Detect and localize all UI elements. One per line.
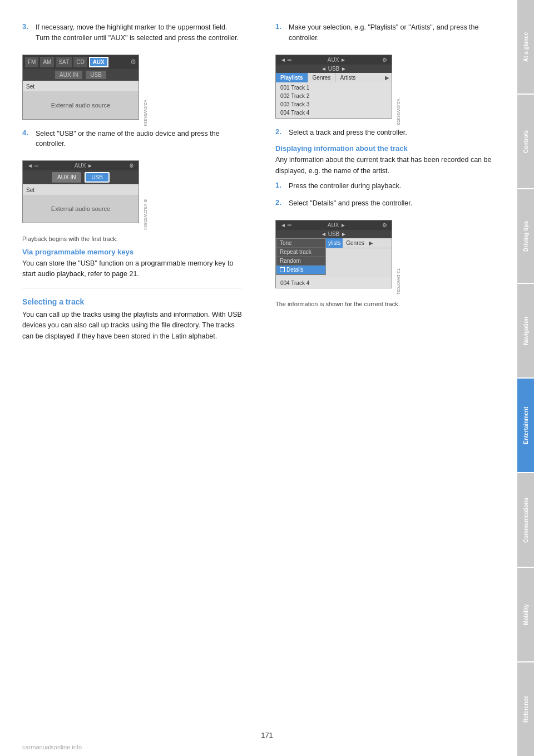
page-container: 3. If necessary, move the highlight mark… [0,0,534,756]
page-number: 171 [261,731,273,739]
step-r2: 2. Select a track and press the controll… [275,127,495,138]
usb-btn-2[interactable]: USB [85,172,110,183]
screen-4-wrapper: ◄ ═ AUX ► ⚙ ◄ USB ► Tone Repeat track Ra… [275,215,392,295]
aux-label-2: AUX ► [75,163,93,169]
back-icon: ◄ ═ [27,163,38,169]
set-label-1: Set [26,84,34,90]
menu-tone[interactable]: Tone [276,239,325,248]
usb-btn[interactable]: USB [86,71,106,79]
scroll-icon-4: ▶ [368,238,374,248]
aux-btn-active[interactable]: AUX [89,57,108,67]
track-001[interactable]: 001 Track 1 [276,84,392,92]
am-btn[interactable]: AM [40,57,54,67]
screen-3-top: ◄ ═ AUX ► ⚙ [276,55,392,65]
step-3: 3. If necessary, move the highlight mark… [22,22,242,43]
screen-4-imgnum: T2.DW07051 [396,268,401,294]
screen-2-top: ◄ ═ AUX ► ⚙ [23,161,139,170]
sidebar-tabs: At a glance Controls Driving tips Naviga… [517,0,534,756]
playlists-tab[interactable]: Playlists [276,73,308,82]
gear-icon-3: ⚙ [382,57,387,63]
screen-1-imgnum: V2.DW04334 [143,100,148,126]
step-4-text: Select "USB" or the name of the audio de… [36,129,242,150]
aux-in-btn[interactable]: AUX IN [55,71,82,79]
sidebar-tab-at-a-glance[interactable]: At a glance [517,0,534,94]
step-r1: 1. Make your selection, e.g. "Playlists"… [275,22,495,43]
step-3-text: If necessary, move the highlight marker … [36,22,242,43]
step-r1-text: Make your selection, e.g. "Playlists" or… [289,22,495,43]
sidebar-tab-mobility[interactable]: Mobility [517,568,534,661]
aux-label-3: AUX ► [328,57,346,63]
track-003[interactable]: 003 Track 3 [276,100,392,109]
section-heading-track: Selecting a track [22,297,242,306]
usb-sub-label: ◄ USB ► [321,66,347,72]
watermark: carmanualsonline.info [22,744,82,750]
caption-2: The information is shown for the current… [275,301,495,307]
divider [22,288,242,288]
text-track: You can call up the tracks using the pla… [22,310,242,342]
ext-audio-label-2: External audio source [51,205,110,212]
ext-audio-label-1: External audio source [51,102,110,109]
screen-1: FM AM SAT CD AUX ⚙ AUX IN USB [22,55,139,120]
partial-tab-1: ylists [326,238,343,248]
cd-btn[interactable]: CD [73,57,87,67]
screen-2: ◄ ═ AUX ► ⚙ AUX IN USB Set External audi… [22,160,139,223]
gear-icon-4: ⚙ [382,222,387,228]
track-002[interactable]: 002 Track 2 [276,92,392,100]
screen-4: ◄ ═ AUX ► ⚙ ◄ USB ► Tone Repeat track Ra… [275,220,392,288]
step-r2b-text: Select "Details" and press the controlle… [289,198,412,209]
sidebar-tab-entertainment[interactable]: Entertainment [517,379,534,472]
aux-in-btn-2[interactable]: AUX IN [52,172,81,183]
sidebar-tab-navigation[interactable]: Navigation [517,284,534,377]
step-4: 4. Select "USB" or the name of the audio… [22,129,242,150]
partial-tab-2: Genres [343,238,368,248]
track-004[interactable]: 004 Track 4 [276,109,392,117]
usb-sub-label-4: ◄ USB ► [321,231,347,237]
settings-icon: ⚙ [130,58,136,66]
step-r2b: 2. Select "Details" and press the contro… [275,198,495,209]
sat-btn[interactable]: SAT [56,57,72,67]
step-r1b-number: 1. [275,181,284,192]
back-icon-3: ◄ ═ [280,57,291,63]
caption-1: Playback begins with the first track. [22,235,242,242]
screen-4-top: ◄ ═ AUX ► ⚙ [276,220,392,230]
screen-3-wrapper: ◄ ═ AUX ► ⚙ ◄ USB ► Playlists Genres Art… [275,50,392,125]
bottom-track-4: 004 Track 4 [280,280,309,286]
step-r2-number: 2. [275,127,284,138]
step-r2b-number: 2. [275,198,284,209]
screen-2-btns: AUX IN USB [23,170,139,184]
text-memory: You can store the "USB" function on a pr… [22,258,242,280]
screen-1-wrapper: FM AM SAT CD AUX ⚙ AUX IN USB [22,50,139,126]
back-icon-4: ◄ ═ [280,222,291,228]
details-checkbox-icon [280,267,285,272]
main-content: 3. If necessary, move the highlight mark… [0,0,517,756]
step-3-number: 3. [22,22,31,43]
menu-details[interactable]: Details [276,266,325,274]
screen-2-imgnum: B.V3.DW05804 [143,199,148,230]
sidebar-tab-communications[interactable]: Communications [517,473,534,567]
sidebar-tab-driving-tips[interactable]: Driving tips [517,189,534,283]
left-column: 3. If necessary, move the highlight mark… [22,22,253,734]
artists-tab[interactable]: Artists [335,73,360,82]
fm-btn[interactable]: FM [25,57,38,67]
sub-heading-memory: Via programmable memory keys [22,248,242,256]
menu-repeat[interactable]: Repeat track [276,248,325,257]
aux-label-4: AUX ► [328,222,346,228]
text-info: Any information about the current track … [275,155,495,176]
sidebar-tab-reference[interactable]: Reference [517,662,534,756]
screen-2-wrapper: ◄ ═ AUX ► ⚙ AUX IN USB Set External audi… [22,156,139,230]
step-r1b: 1. Press the controller during playback. [275,181,495,192]
sidebar-tab-controls[interactable]: Controls [517,95,534,188]
right-column: 1. Make your selection, e.g. "Playlists"… [270,22,495,734]
step-r1b-text: Press the controller during playback. [289,181,401,192]
menu-random[interactable]: Random [276,257,325,266]
scroll-icon: ▶ [385,75,389,81]
set-label-2: Set [26,187,34,193]
genres-tab[interactable]: Genres [308,73,336,82]
screen-3-imgnum: V2.DW04355 [396,99,401,125]
sub-heading-info: Displaying information about the track [275,144,495,153]
step-4-number: 4. [22,129,31,150]
gear-icon-2: ⚙ [129,163,134,169]
screen-3: ◄ ═ AUX ► ⚙ ◄ USB ► Playlists Genres Art… [275,55,392,119]
step-r2-text: Select a track and press the controller. [289,127,407,138]
step-r1-number: 1. [275,22,284,43]
